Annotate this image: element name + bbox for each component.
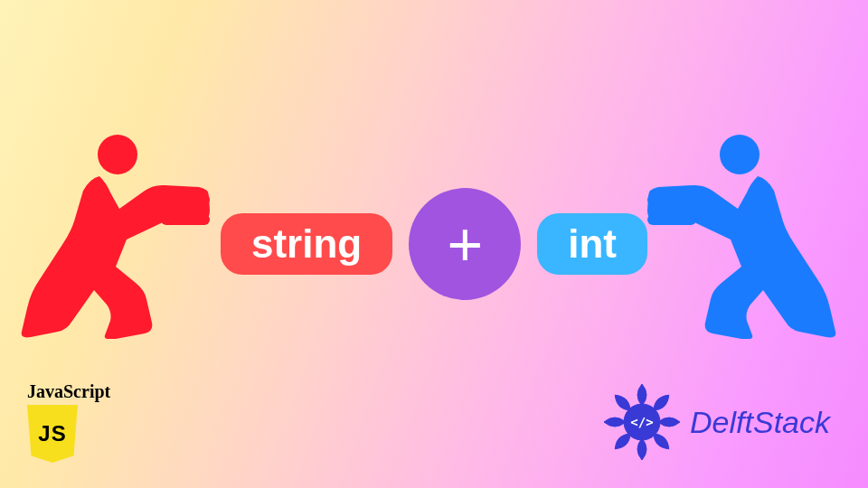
operator-circle: + — [409, 188, 521, 300]
javascript-logo: JavaScript JS — [27, 381, 110, 463]
svg-text:</>: </> — [630, 415, 653, 429]
js-shield-icon: JS — [27, 405, 78, 463]
delftstack-brandname: DelftStack — [690, 405, 830, 440]
diagram-stage: string + int — [0, 140, 868, 348]
string-capsule: string — [221, 213, 392, 275]
int-label: int — [568, 224, 617, 264]
javascript-label: JavaScript — [27, 381, 110, 402]
mandala-icon: </> — [601, 381, 683, 463]
delftstack-logo: </> DelftStack — [601, 381, 830, 463]
int-capsule: int — [537, 213, 647, 275]
plus-icon: + — [447, 213, 483, 275]
string-label: string — [251, 224, 362, 264]
